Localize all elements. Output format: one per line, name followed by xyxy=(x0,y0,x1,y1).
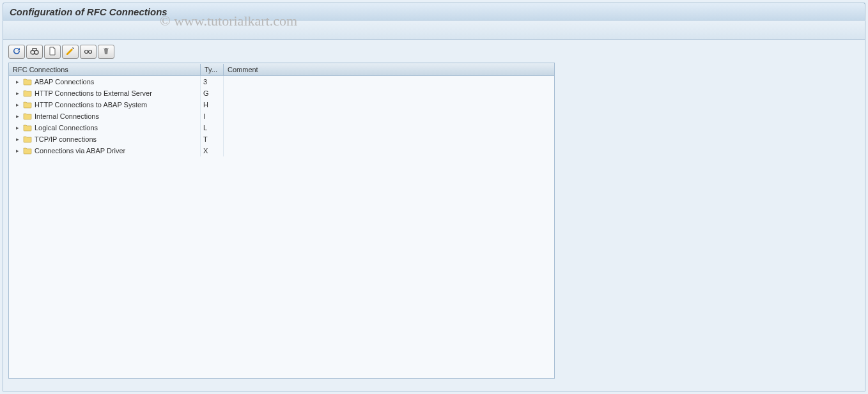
tree-cell-name: ▸ HTTP Connections to ABAP System xyxy=(9,99,201,110)
tree-node-label: TCP/IP connections xyxy=(35,135,97,143)
tree-cell-name: ▸ Logical Connections xyxy=(9,122,201,133)
tree-cell-type: I xyxy=(201,110,224,122)
expand-icon[interactable]: ▸ xyxy=(14,90,20,96)
folder-icon xyxy=(23,101,32,109)
glasses-icon xyxy=(83,46,93,58)
action-toolbar xyxy=(8,45,860,59)
tree-cell-type: 3 xyxy=(201,76,224,87)
tree-cell-type: X xyxy=(201,145,224,156)
svg-point-1 xyxy=(35,50,38,54)
rfc-tree-panel: RFC Connections Ty... Comment ▸ ABAP Con… xyxy=(8,63,555,379)
expand-icon[interactable]: ▸ xyxy=(14,136,20,142)
refresh-button[interactable] xyxy=(8,45,25,59)
svg-point-2 xyxy=(85,50,88,53)
tree-row[interactable]: ▸ Internal ConnectionsI xyxy=(9,110,554,122)
tree-row[interactable]: ▸ HTTP Connections to External ServerG xyxy=(9,87,554,99)
binoculars-icon xyxy=(29,46,40,58)
create-button[interactable] xyxy=(44,45,61,59)
tree-cell-name: ▸ Internal Connections xyxy=(9,110,201,122)
tree-cell-comment xyxy=(224,110,554,122)
tree-cell-name: ▸ TCP/IP connections xyxy=(9,133,201,145)
tree-row[interactable]: ▸ ABAP Connections3 xyxy=(9,76,554,87)
change-button[interactable] xyxy=(62,45,79,59)
tree-cell-comment xyxy=(224,133,554,145)
tree-node-label: ABAP Connections xyxy=(35,78,94,86)
tree-cell-type: T xyxy=(201,133,224,145)
folder-icon xyxy=(23,135,32,143)
refresh-icon xyxy=(12,46,22,58)
tree-row[interactable]: ▸ Logical ConnectionsL xyxy=(9,122,554,133)
expand-icon[interactable]: ▸ xyxy=(14,79,20,85)
tree-row[interactable]: ▸ TCP/IP connectionsT xyxy=(9,133,554,145)
tree-cell-comment xyxy=(224,145,554,156)
folder-icon xyxy=(23,89,32,97)
tree-cell-name: ▸ Connections via ABAP Driver xyxy=(9,145,201,156)
expand-icon[interactable]: ▸ xyxy=(14,102,20,108)
display-button[interactable] xyxy=(80,45,97,59)
tree-row[interactable]: ▸ Connections via ABAP DriverX xyxy=(9,145,554,156)
tree-cell-comment xyxy=(224,76,554,87)
folder-icon xyxy=(23,112,32,120)
svg-point-3 xyxy=(89,50,92,53)
pencil-icon xyxy=(65,46,75,58)
tree-cell-type: G xyxy=(201,87,224,99)
expand-icon[interactable]: ▸ xyxy=(14,113,20,119)
tree-cell-comment xyxy=(224,87,554,99)
svg-point-0 xyxy=(31,50,35,54)
content-area: RFC Connections Ty... Comment ▸ ABAP Con… xyxy=(3,40,865,391)
expand-icon[interactable]: ▸ xyxy=(14,125,20,131)
tree-cell-name: ▸ ABAP Connections xyxy=(9,76,201,87)
tree-node-label: Logical Connections xyxy=(35,124,98,132)
tree-node-label: HTTP Connections to External Server xyxy=(35,89,152,97)
column-header-type[interactable]: Ty... xyxy=(201,64,224,75)
tree-cell-comment xyxy=(224,122,554,133)
tree-body: ▸ ABAP Connections3▸ HTTP Connections to… xyxy=(9,76,554,378)
tree-node-label: Internal Connections xyxy=(35,112,99,120)
folder-icon xyxy=(23,147,32,155)
column-header-name[interactable]: RFC Connections xyxy=(9,64,201,75)
delete-button[interactable] xyxy=(98,45,114,59)
app-toolbar-area xyxy=(3,20,865,40)
page-title: Configuration of RFC Connections xyxy=(3,3,865,20)
tree-row[interactable]: ▸ HTTP Connections to ABAP SystemH xyxy=(9,99,554,110)
tree-header: RFC Connections Ty... Comment xyxy=(9,63,554,76)
column-header-comment[interactable]: Comment xyxy=(224,64,554,75)
trash-icon xyxy=(101,46,111,58)
tree-cell-name: ▸ HTTP Connections to External Server xyxy=(9,87,201,99)
search-button[interactable] xyxy=(26,45,43,59)
tree-cell-comment xyxy=(224,99,554,110)
tree-node-label: HTTP Connections to ABAP System xyxy=(35,101,147,109)
tree-cell-type: L xyxy=(201,122,224,133)
expand-icon[interactable]: ▸ xyxy=(14,148,20,154)
folder-icon xyxy=(23,78,32,86)
tree-cell-type: H xyxy=(201,99,224,110)
folder-icon xyxy=(23,124,32,132)
tree-node-label: Connections via ABAP Driver xyxy=(35,147,125,155)
page-icon xyxy=(47,46,58,58)
